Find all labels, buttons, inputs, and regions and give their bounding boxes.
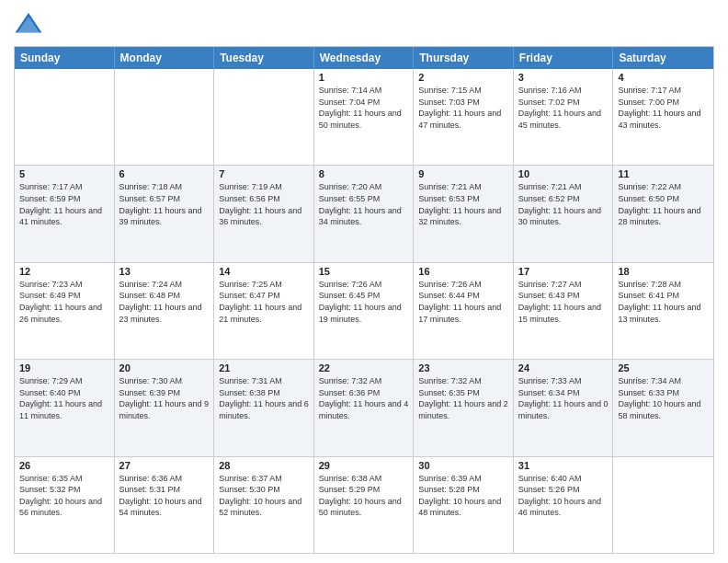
day-number: 12: [19, 266, 109, 277]
header-day-wednesday: Wednesday: [314, 47, 415, 69]
calendar: SundayMondayTuesdayWednesdayThursdayFrid…: [14, 46, 714, 554]
cal-cell-r1-c2: 7Sunrise: 7:19 AM Sunset: 6:56 PM Daylig…: [214, 166, 314, 261]
cal-cell-r1-c4: 9Sunrise: 7:21 AM Sunset: 6:53 PM Daylig…: [414, 166, 514, 261]
day-number: 28: [219, 460, 309, 471]
cell-info: Sunrise: 7:25 AM Sunset: 6:47 PM Dayligh…: [219, 279, 309, 325]
cell-info: Sunrise: 7:18 AM Sunset: 6:57 PM Dayligh…: [119, 181, 210, 227]
day-number: 13: [119, 266, 210, 277]
calendar-body: 1Sunrise: 7:14 AM Sunset: 7:04 PM Daylig…: [15, 69, 713, 553]
day-number: 16: [418, 266, 508, 277]
cell-info: Sunrise: 6:36 AM Sunset: 5:31 PM Dayligh…: [119, 473, 210, 519]
cell-info: Sunrise: 7:30 AM Sunset: 6:39 PM Dayligh…: [119, 375, 210, 421]
cell-info: Sunrise: 7:16 AM Sunset: 7:02 PM Dayligh…: [518, 85, 609, 131]
day-number: 14: [219, 266, 309, 277]
cal-cell-r4-c6: [613, 457, 713, 553]
header-day-thursday: Thursday: [414, 47, 514, 69]
cell-info: Sunrise: 6:35 AM Sunset: 5:32 PM Dayligh…: [19, 473, 109, 519]
cell-info: Sunrise: 7:27 AM Sunset: 6:43 PM Dayligh…: [518, 279, 609, 325]
day-number: 11: [618, 168, 709, 179]
cal-cell-r3-c3: 22Sunrise: 7:32 AM Sunset: 6:36 PM Dayli…: [314, 360, 415, 455]
cal-cell-r0-c1: [115, 69, 215, 165]
header: [14, 9, 714, 39]
cal-cell-r0-c2: [214, 69, 314, 165]
cell-info: Sunrise: 7:24 AM Sunset: 6:48 PM Dayligh…: [119, 279, 210, 325]
header-day-friday: Friday: [514, 47, 614, 69]
day-number: 21: [219, 362, 309, 373]
day-number: 22: [319, 362, 409, 373]
cell-info: Sunrise: 7:31 AM Sunset: 6:38 PM Dayligh…: [219, 375, 309, 421]
cal-cell-r1-c3: 8Sunrise: 7:20 AM Sunset: 6:55 PM Daylig…: [314, 166, 415, 261]
day-number: 6: [119, 168, 210, 179]
cal-cell-r2-c5: 17Sunrise: 7:27 AM Sunset: 6:43 PM Dayli…: [514, 263, 614, 359]
cal-cell-r3-c6: 25Sunrise: 7:34 AM Sunset: 6:33 PM Dayli…: [613, 360, 713, 455]
day-number: 26: [19, 460, 109, 471]
cell-info: Sunrise: 7:20 AM Sunset: 6:55 PM Dayligh…: [319, 181, 409, 227]
header-day-monday: Monday: [115, 47, 215, 69]
cal-cell-r3-c1: 20Sunrise: 7:30 AM Sunset: 6:39 PM Dayli…: [115, 360, 215, 455]
day-number: 30: [418, 460, 508, 471]
calendar-row-4: 26Sunrise: 6:35 AM Sunset: 5:32 PM Dayli…: [15, 456, 713, 553]
day-number: 18: [618, 266, 709, 277]
cal-cell-r2-c2: 14Sunrise: 7:25 AM Sunset: 6:47 PM Dayli…: [214, 263, 314, 359]
day-number: 8: [319, 168, 409, 179]
cell-info: Sunrise: 7:17 AM Sunset: 6:59 PM Dayligh…: [19, 181, 109, 227]
cal-cell-r0-c0: [15, 69, 115, 165]
cell-info: Sunrise: 7:21 AM Sunset: 6:52 PM Dayligh…: [518, 181, 609, 227]
cal-cell-r0-c3: 1Sunrise: 7:14 AM Sunset: 7:04 PM Daylig…: [314, 69, 415, 165]
cal-cell-r1-c6: 11Sunrise: 7:22 AM Sunset: 6:50 PM Dayli…: [613, 166, 713, 261]
cell-info: Sunrise: 7:32 AM Sunset: 6:35 PM Dayligh…: [418, 375, 508, 421]
cell-info: Sunrise: 6:39 AM Sunset: 5:28 PM Dayligh…: [418, 473, 508, 519]
cell-info: Sunrise: 7:15 AM Sunset: 7:03 PM Dayligh…: [418, 85, 508, 131]
cal-cell-r1-c5: 10Sunrise: 7:21 AM Sunset: 6:52 PM Dayli…: [514, 166, 614, 261]
cell-info: Sunrise: 7:33 AM Sunset: 6:34 PM Dayligh…: [518, 375, 609, 421]
day-number: 29: [319, 460, 409, 471]
cell-info: Sunrise: 6:37 AM Sunset: 5:30 PM Dayligh…: [219, 473, 309, 519]
calendar-row-0: 1Sunrise: 7:14 AM Sunset: 7:04 PM Daylig…: [15, 69, 713, 165]
cal-cell-r2-c6: 18Sunrise: 7:28 AM Sunset: 6:41 PM Dayli…: [613, 263, 713, 359]
cell-info: Sunrise: 7:26 AM Sunset: 6:45 PM Dayligh…: [319, 279, 409, 325]
cal-cell-r2-c0: 12Sunrise: 7:23 AM Sunset: 6:49 PM Dayli…: [15, 263, 115, 359]
calendar-row-3: 19Sunrise: 7:29 AM Sunset: 6:40 PM Dayli…: [15, 359, 713, 455]
cal-cell-r1-c0: 5Sunrise: 7:17 AM Sunset: 6:59 PM Daylig…: [15, 166, 115, 261]
cal-cell-r4-c2: 28Sunrise: 6:37 AM Sunset: 5:30 PM Dayli…: [214, 457, 314, 553]
cal-cell-r3-c5: 24Sunrise: 7:33 AM Sunset: 6:34 PM Dayli…: [514, 360, 614, 455]
cell-info: Sunrise: 7:14 AM Sunset: 7:04 PM Dayligh…: [319, 85, 409, 131]
day-number: 2: [418, 72, 508, 83]
day-number: 23: [418, 362, 508, 373]
cell-info: Sunrise: 7:34 AM Sunset: 6:33 PM Dayligh…: [618, 375, 709, 421]
day-number: 17: [518, 266, 609, 277]
cal-cell-r2-c3: 15Sunrise: 7:26 AM Sunset: 6:45 PM Dayli…: [314, 263, 415, 359]
cal-cell-r4-c5: 31Sunrise: 6:40 AM Sunset: 5:26 PM Dayli…: [514, 457, 614, 553]
day-number: 7: [219, 168, 309, 179]
logo: [14, 9, 47, 39]
day-number: 15: [319, 266, 409, 277]
day-number: 3: [518, 72, 609, 83]
cal-cell-r3-c4: 23Sunrise: 7:32 AM Sunset: 6:35 PM Dayli…: [414, 360, 514, 455]
day-number: 4: [618, 72, 709, 83]
cell-info: Sunrise: 7:29 AM Sunset: 6:40 PM Dayligh…: [19, 375, 109, 421]
page: SundayMondayTuesdayWednesdayThursdayFrid…: [0, 0, 728, 563]
day-number: 20: [119, 362, 210, 373]
cal-cell-r1-c1: 6Sunrise: 7:18 AM Sunset: 6:57 PM Daylig…: [115, 166, 215, 261]
calendar-row-2: 12Sunrise: 7:23 AM Sunset: 6:49 PM Dayli…: [15, 262, 713, 359]
day-number: 24: [518, 362, 609, 373]
logo-icon: [14, 9, 43, 39]
cal-cell-r4-c1: 27Sunrise: 6:36 AM Sunset: 5:31 PM Dayli…: [115, 457, 215, 553]
cal-cell-r0-c4: 2Sunrise: 7:15 AM Sunset: 7:03 PM Daylig…: [414, 69, 514, 165]
cal-cell-r4-c3: 29Sunrise: 6:38 AM Sunset: 5:29 PM Dayli…: [314, 457, 415, 553]
day-number: 25: [618, 362, 709, 373]
cell-info: Sunrise: 6:38 AM Sunset: 5:29 PM Dayligh…: [319, 473, 409, 519]
calendar-header: SundayMondayTuesdayWednesdayThursdayFrid…: [15, 47, 713, 69]
day-number: 9: [418, 168, 508, 179]
day-number: 10: [518, 168, 609, 179]
cal-cell-r2-c4: 16Sunrise: 7:26 AM Sunset: 6:44 PM Dayli…: [414, 263, 514, 359]
cell-info: Sunrise: 7:21 AM Sunset: 6:53 PM Dayligh…: [418, 181, 508, 227]
header-day-sunday: Sunday: [15, 47, 115, 69]
cal-cell-r0-c5: 3Sunrise: 7:16 AM Sunset: 7:02 PM Daylig…: [514, 69, 614, 165]
cell-info: Sunrise: 7:19 AM Sunset: 6:56 PM Dayligh…: [219, 181, 309, 227]
cell-info: Sunrise: 6:40 AM Sunset: 5:26 PM Dayligh…: [518, 473, 609, 519]
cell-info: Sunrise: 7:22 AM Sunset: 6:50 PM Dayligh…: [618, 181, 709, 227]
day-number: 27: [119, 460, 210, 471]
cell-info: Sunrise: 7:23 AM Sunset: 6:49 PM Dayligh…: [19, 279, 109, 325]
calendar-row-1: 5Sunrise: 7:17 AM Sunset: 6:59 PM Daylig…: [15, 165, 713, 261]
